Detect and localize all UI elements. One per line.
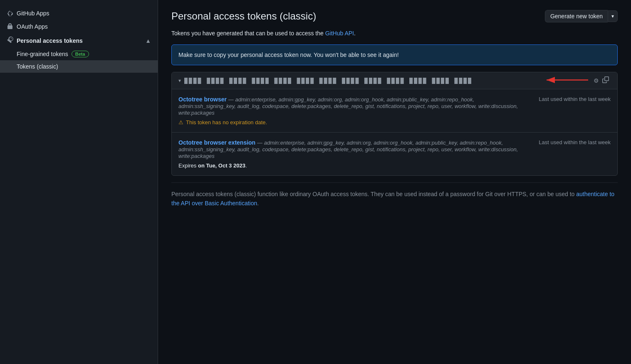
generate-token-button[interactable]: Generate new token [545, 10, 608, 22]
chevron-up-icon: ▲ [145, 37, 151, 44]
generate-token-dropdown-arrow[interactable]: ▾ [608, 10, 618, 22]
sidebar-item-oauth-apps[interactable]: OAuth Apps [0, 20, 158, 33]
footer-text-before: Personal access tokens (classic) functio… [171, 191, 576, 197]
token-1-last-used: Last used within the last week [539, 96, 611, 102]
token-settings-icon[interactable]: ⚙ [594, 77, 599, 84]
sidebar-item-fine-grained-tokens[interactable]: Fine-grained tokens Beta [0, 48, 158, 60]
sidebar-item-tokens-classic[interactable]: Tokens (classic) [0, 60, 158, 73]
token-1-warning: ⚠ This token has no expiration date. [178, 119, 611, 125]
token-2-last-used: Last used within the last week [539, 139, 611, 145]
description-paragraph: Tokens you have generated that can be us… [171, 29, 618, 38]
token-chevron-icon[interactable]: ▾ [178, 78, 181, 84]
expires-suffix: . [245, 162, 247, 169]
token-masked-value: ████ ████ ████ ████ ████ ████ ████ ████ … [184, 78, 590, 84]
token-2-scopes-prefix: — [257, 140, 264, 146]
token-2-name[interactable]: Octotree browser extension [178, 139, 255, 146]
sidebar-item-github-apps[interactable]: GitHub Apps [0, 7, 158, 20]
sidebar: GitHub Apps OAuth Apps Personal access t… [0, 0, 158, 364]
main-content: Personal access tokens (classic) Generat… [158, 0, 631, 364]
sidebar-section-label: Personal access tokens [17, 37, 83, 44]
beta-badge: Beta [72, 51, 89, 57]
token-1-name[interactable]: Octotree browser [178, 96, 227, 103]
sidebar-sub-label-classic: Tokens (classic) [17, 63, 58, 70]
oauth-icon [7, 23, 13, 30]
footer-text-after: . [257, 200, 259, 207]
token-row: ▾ ████ ████ ████ ████ ████ ████ ████ ███… [172, 72, 617, 89]
footer-text: Personal access tokens (classic) functio… [171, 182, 618, 208]
sidebar-sub-label-fine-grained: Fine-grained tokens [17, 51, 68, 57]
github-api-link[interactable]: GitHub API [325, 30, 354, 37]
warning-icon: ⚠ [178, 119, 183, 125]
page-header: Personal access tokens (classic) Generat… [171, 10, 618, 22]
sidebar-item-label-github-apps: GitHub Apps [17, 10, 49, 17]
description-text-before: Tokens you have generated that can be us… [171, 30, 325, 37]
token-entry-1: Octotree browser — admin:enterprise, adm… [172, 89, 617, 133]
red-arrow-annotation [542, 74, 592, 88]
page-title: Personal access tokens (classic) [171, 10, 316, 22]
token-2-info: Octotree browser extension — admin:enter… [178, 139, 532, 159]
copy-token-icon[interactable] [602, 76, 609, 85]
token-1-header-row: Octotree browser — admin:enterprise, adm… [178, 96, 611, 116]
token-1-warning-text: This token has no expiration date. [186, 119, 267, 125]
token-2-expires: Expires on Tue, Oct 3 2023. [178, 162, 611, 169]
token-1-info: Octotree browser — admin:enterprise, adm… [178, 96, 532, 116]
token-2-header-row: Octotree browser extension — admin:enter… [178, 139, 611, 159]
alert-banner: Make sure to copy your personal access t… [171, 44, 618, 65]
expires-prefix: Expires [178, 162, 198, 169]
token-box: ▾ ████ ████ ████ ████ ████ ████ ████ ███… [171, 72, 618, 176]
expires-bold: on Tue, Oct 3 2023 [198, 162, 245, 169]
alert-message: Make sure to copy your personal access t… [178, 52, 399, 58]
token-1-scopes-prefix: — [228, 96, 235, 103]
token-entry-2: Octotree browser extension — admin:enter… [172, 133, 617, 175]
sidebar-item-label-oauth-apps: OAuth Apps [17, 23, 48, 30]
sidebar-section-personal-access-tokens[interactable]: Personal access tokens ▲ [0, 33, 158, 48]
key-icon [7, 37, 13, 44]
description-text-after: . [354, 30, 356, 37]
apps-icon [7, 10, 13, 17]
generate-token-button-group: Generate new token ▾ [545, 10, 618, 22]
